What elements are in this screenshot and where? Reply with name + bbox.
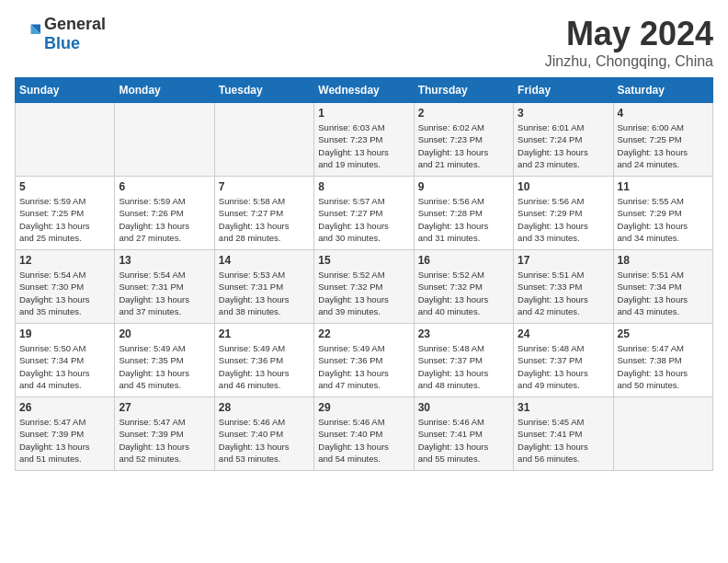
calendar-week-row: 26Sunrise: 5:47 AM Sunset: 7:39 PM Dayli…	[16, 397, 713, 471]
column-header-monday: Monday	[115, 78, 214, 103]
calendar-cell: 1Sunrise: 6:03 AM Sunset: 7:23 PM Daylig…	[314, 103, 414, 177]
calendar-cell: 4Sunrise: 6:00 AM Sunset: 7:25 PM Daylig…	[613, 103, 712, 177]
column-header-thursday: Thursday	[414, 78, 513, 103]
day-info: Sunrise: 5:51 AM Sunset: 7:34 PM Dayligh…	[618, 269, 709, 317]
day-info: Sunrise: 5:55 AM Sunset: 7:29 PM Dayligh…	[618, 195, 709, 244]
calendar-cell: 19Sunrise: 5:50 AM Sunset: 7:34 PM Dayli…	[16, 324, 115, 397]
day-info: Sunrise: 6:00 AM Sunset: 7:25 PM Dayligh…	[618, 121, 709, 170]
day-number: 9	[418, 180, 509, 193]
calendar-header-row: SundayMondayTuesdayWednesdayThursdayFrid…	[16, 78, 713, 103]
day-number: 10	[518, 180, 609, 193]
day-number: 29	[318, 401, 409, 414]
day-info: Sunrise: 5:57 AM Sunset: 7:27 PM Dayligh…	[318, 195, 409, 244]
calendar-cell: 21Sunrise: 5:49 AM Sunset: 7:36 PM Dayli…	[214, 324, 313, 397]
day-number: 27	[119, 401, 210, 414]
day-info: Sunrise: 5:52 AM Sunset: 7:32 PM Dayligh…	[418, 269, 509, 317]
calendar-cell: 18Sunrise: 5:51 AM Sunset: 7:34 PM Dayli…	[613, 250, 712, 324]
day-info: Sunrise: 5:48 AM Sunset: 7:37 PM Dayligh…	[518, 342, 609, 391]
day-info: Sunrise: 5:56 AM Sunset: 7:29 PM Dayligh…	[518, 195, 609, 244]
day-info: Sunrise: 5:47 AM Sunset: 7:38 PM Dayligh…	[618, 342, 709, 391]
day-info: Sunrise: 5:50 AM Sunset: 7:34 PM Dayligh…	[19, 342, 110, 391]
day-number: 19	[19, 327, 110, 340]
day-info: Sunrise: 5:49 AM Sunset: 7:36 PM Dayligh…	[318, 342, 409, 391]
logo: General Blue	[15, 15, 106, 53]
day-info: Sunrise: 5:53 AM Sunset: 7:31 PM Dayligh…	[219, 269, 310, 317]
day-number: 1	[318, 107, 409, 120]
calendar-cell: 10Sunrise: 5:56 AM Sunset: 7:29 PM Dayli…	[514, 177, 613, 250]
day-number: 28	[219, 401, 310, 414]
calendar-week-row: 12Sunrise: 5:54 AM Sunset: 7:30 PM Dayli…	[16, 250, 713, 324]
subtitle: Jinzhu, Chongqing, China	[545, 53, 713, 70]
calendar-cell: 2Sunrise: 6:02 AM Sunset: 7:23 PM Daylig…	[414, 103, 513, 177]
calendar-cell: 3Sunrise: 6:01 AM Sunset: 7:24 PM Daylig…	[514, 103, 613, 177]
day-info: Sunrise: 5:45 AM Sunset: 7:41 PM Dayligh…	[518, 416, 609, 465]
calendar-cell: 30Sunrise: 5:46 AM Sunset: 7:41 PM Dayli…	[414, 397, 513, 471]
day-number: 6	[119, 180, 210, 193]
day-number: 2	[418, 107, 509, 120]
calendar-cell: 23Sunrise: 5:48 AM Sunset: 7:37 PM Dayli…	[414, 324, 513, 397]
day-number: 12	[19, 254, 110, 267]
day-info: Sunrise: 5:49 AM Sunset: 7:35 PM Dayligh…	[119, 342, 210, 391]
column-header-sunday: Sunday	[16, 78, 115, 103]
calendar-table: SundayMondayTuesdayWednesdayThursdayFrid…	[15, 77, 713, 471]
logo-general: General	[44, 15, 106, 33]
calendar-cell	[16, 103, 115, 177]
day-info: Sunrise: 5:46 AM Sunset: 7:40 PM Dayligh…	[219, 416, 310, 465]
calendar-cell: 27Sunrise: 5:47 AM Sunset: 7:39 PM Dayli…	[115, 397, 214, 471]
logo-icon	[15, 21, 40, 47]
day-number: 5	[19, 180, 110, 193]
calendar-cell: 14Sunrise: 5:53 AM Sunset: 7:31 PM Dayli…	[214, 250, 313, 324]
day-number: 8	[318, 180, 409, 193]
calendar-week-row: 5Sunrise: 5:59 AM Sunset: 7:25 PM Daylig…	[16, 177, 713, 250]
day-info: Sunrise: 5:47 AM Sunset: 7:39 PM Dayligh…	[19, 416, 110, 465]
day-number: 21	[219, 327, 310, 340]
calendar-cell: 5Sunrise: 5:59 AM Sunset: 7:25 PM Daylig…	[16, 177, 115, 250]
calendar-cell: 29Sunrise: 5:46 AM Sunset: 7:40 PM Dayli…	[314, 397, 414, 471]
column-header-saturday: Saturday	[613, 78, 712, 103]
day-number: 25	[618, 327, 709, 340]
day-info: Sunrise: 5:48 AM Sunset: 7:37 PM Dayligh…	[418, 342, 509, 391]
calendar-cell: 6Sunrise: 5:59 AM Sunset: 7:26 PM Daylig…	[115, 177, 214, 250]
day-number: 4	[618, 107, 709, 120]
day-number: 22	[318, 327, 409, 340]
day-number: 14	[219, 254, 310, 267]
column-header-tuesday: Tuesday	[214, 78, 313, 103]
calendar-cell: 16Sunrise: 5:52 AM Sunset: 7:32 PM Dayli…	[414, 250, 513, 324]
day-info: Sunrise: 5:47 AM Sunset: 7:39 PM Dayligh…	[119, 416, 210, 465]
day-number: 18	[618, 254, 709, 267]
day-number: 13	[119, 254, 210, 267]
calendar-week-row: 19Sunrise: 5:50 AM Sunset: 7:34 PM Dayli…	[16, 324, 713, 397]
day-number: 3	[518, 107, 609, 120]
day-info: Sunrise: 5:51 AM Sunset: 7:33 PM Dayligh…	[518, 269, 609, 317]
calendar-cell	[613, 397, 712, 471]
column-header-friday: Friday	[514, 78, 613, 103]
column-header-wednesday: Wednesday	[314, 78, 414, 103]
day-info: Sunrise: 5:59 AM Sunset: 7:26 PM Dayligh…	[119, 195, 210, 244]
logo-blue: Blue	[44, 34, 80, 52]
calendar-cell: 24Sunrise: 5:48 AM Sunset: 7:37 PM Dayli…	[514, 324, 613, 397]
logo-text: General Blue	[44, 15, 106, 53]
day-info: Sunrise: 6:01 AM Sunset: 7:24 PM Dayligh…	[518, 121, 609, 170]
calendar-cell: 25Sunrise: 5:47 AM Sunset: 7:38 PM Dayli…	[613, 324, 712, 397]
calendar-cell: 15Sunrise: 5:52 AM Sunset: 7:32 PM Dayli…	[314, 250, 414, 324]
day-info: Sunrise: 5:49 AM Sunset: 7:36 PM Dayligh…	[219, 342, 310, 391]
day-info: Sunrise: 6:02 AM Sunset: 7:23 PM Dayligh…	[418, 121, 509, 170]
page-header: General Blue May 2024 Jinzhu, Chongqing,…	[15, 15, 713, 70]
day-info: Sunrise: 5:54 AM Sunset: 7:30 PM Dayligh…	[19, 269, 110, 317]
calendar-cell: 7Sunrise: 5:58 AM Sunset: 7:27 PM Daylig…	[214, 177, 313, 250]
calendar-cell: 28Sunrise: 5:46 AM Sunset: 7:40 PM Dayli…	[214, 397, 313, 471]
calendar-cell: 22Sunrise: 5:49 AM Sunset: 7:36 PM Dayli…	[314, 324, 414, 397]
calendar-cell: 31Sunrise: 5:45 AM Sunset: 7:41 PM Dayli…	[514, 397, 613, 471]
day-number: 20	[119, 327, 210, 340]
day-number: 16	[418, 254, 509, 267]
calendar-cell: 26Sunrise: 5:47 AM Sunset: 7:39 PM Dayli…	[16, 397, 115, 471]
day-number: 15	[318, 254, 409, 267]
day-number: 26	[19, 401, 110, 414]
day-info: Sunrise: 6:03 AM Sunset: 7:23 PM Dayligh…	[318, 121, 409, 170]
day-number: 30	[418, 401, 509, 414]
day-number: 24	[518, 327, 609, 340]
day-number: 7	[219, 180, 310, 193]
day-info: Sunrise: 5:56 AM Sunset: 7:28 PM Dayligh…	[418, 195, 509, 244]
day-number: 17	[518, 254, 609, 267]
day-info: Sunrise: 5:46 AM Sunset: 7:40 PM Dayligh…	[318, 416, 409, 465]
